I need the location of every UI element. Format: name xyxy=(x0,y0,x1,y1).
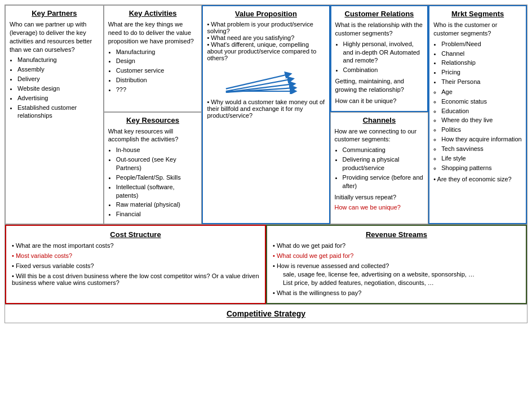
list-item: Website design xyxy=(17,84,99,93)
list-item: Their Persona xyxy=(441,78,522,86)
revenue-sub1: sale, usage fee, license fee, advertisin… xyxy=(283,271,520,278)
top-grid: Key Partners Who can we partner up with … xyxy=(5,5,527,225)
list-item: Delivery xyxy=(17,75,99,83)
list-item: Customer service xyxy=(116,66,198,75)
customer-relations-intro: What is the relationship with the custom… xyxy=(335,21,424,38)
arrows-svg xyxy=(221,66,311,94)
key-resources-list: In-house Out-sourced (see Key Partners) … xyxy=(108,146,198,218)
vp-item-1: • What need are you satisfying? xyxy=(207,34,325,41)
revenue-item-2: • How is revenue assessed and collected? xyxy=(273,262,520,269)
channels-q1: Initially versus repeat? xyxy=(335,193,424,202)
list-item: Advertising xyxy=(17,94,99,102)
key-partners-list: Manufacturing Assembly Delivery Website … xyxy=(10,56,99,120)
mrkt-list: Problem/Need Channel Relationship Pricin… xyxy=(433,40,522,86)
channels-cell: Channels How are we connecting to our cu… xyxy=(330,112,429,224)
vp-item-0: • What problem is your product/service s… xyxy=(207,21,325,34)
list-item: Design xyxy=(116,57,198,65)
customer-relations-cell: Customer Relations What is the relations… xyxy=(330,5,429,112)
main-container: Key Partners Who can we partner up with … xyxy=(5,5,527,323)
key-activities-cell: Key Activities What are the key things w… xyxy=(104,5,202,112)
channels-list: Communicating Delivering a physical prod… xyxy=(335,146,424,190)
list-item: Age xyxy=(441,88,522,96)
list-item: Manufacturing xyxy=(116,48,198,56)
vp-item-2: • What's different, unique, compelling a… xyxy=(207,41,325,61)
mrkt-title: Mrkt Segments xyxy=(433,10,522,18)
list-item: Established customer relationships xyxy=(17,104,99,121)
list-item: Distribution xyxy=(116,76,198,84)
list-item: People/Talent/Sp. Skills xyxy=(116,173,198,182)
list-item: ??? xyxy=(116,86,198,94)
key-activities-title: Key Activities xyxy=(108,9,198,17)
list-item: Manufacturing xyxy=(17,56,99,64)
list-item: Problem/Need xyxy=(441,40,522,48)
customer-relations-title: Customer Relations xyxy=(335,10,424,18)
bottom-grid: Cost Structure • What are the most impor… xyxy=(5,225,527,304)
revenue-sub2: List price, by added features, negotiati… xyxy=(283,279,520,286)
customer-relations-list: Highly personal, involved, and in-depth … xyxy=(335,40,424,74)
list-item: Channel xyxy=(441,50,522,58)
channels-title: Channels xyxy=(335,116,424,124)
competitive-strategy: Competitive Strategy xyxy=(5,304,527,323)
key-resources-title: Key Resources xyxy=(108,116,198,124)
list-item: Politics xyxy=(441,126,522,134)
cost-item-3: • Will this be a cost driven business wh… xyxy=(12,273,259,286)
list-item: Assembly xyxy=(17,65,99,74)
list-item: Communicating xyxy=(343,146,424,154)
key-activities-intro: What are the key things we need to do to… xyxy=(108,20,198,46)
customer-relations-unique: How can it be unique? xyxy=(335,97,424,105)
key-partners-title: Key Partners xyxy=(10,9,99,17)
competitive-strategy-label: Competitive Strategy xyxy=(227,309,305,318)
mrkt-segments-cell: Mrkt Segments Who is the customer or cus… xyxy=(428,5,527,224)
revenue-last: • What is the willingness to pay? xyxy=(273,289,520,296)
vp-item-3: • Why would a customer take money out of… xyxy=(207,99,325,119)
key-resources-intro: What key resources will accomplish the a… xyxy=(108,127,198,144)
list-item: Highly personal, involved, and in-depth … xyxy=(343,40,424,65)
list-item: Tech savviness xyxy=(441,145,522,153)
key-partners-cell: Key Partners Who can we partner up with … xyxy=(5,5,104,224)
vp-title: Value Proposition xyxy=(207,10,325,18)
value-proposition-cell: Value Proposition • What problem is your… xyxy=(202,5,330,224)
cost-item-1: • Most variable costs? xyxy=(12,252,259,259)
mrkt-persona-list: Age Economic status Education Where do t… xyxy=(433,88,522,172)
list-item: In-house xyxy=(116,146,198,154)
list-item: Life style xyxy=(441,154,522,163)
list-item: Education xyxy=(441,107,522,115)
cost-item-2: • Fixed versus variable costs? xyxy=(12,262,259,269)
channels-q2: How can we be unique? xyxy=(335,203,424,212)
cost-structure-cell: Cost Structure • What are the most impor… xyxy=(5,225,266,304)
list-item: Pricing xyxy=(441,68,522,77)
list-item: Financial xyxy=(116,210,198,218)
list-item: Shopping patterns xyxy=(441,164,522,172)
list-item: Relationship xyxy=(441,59,522,67)
arrow-area xyxy=(207,66,325,94)
list-item: Delivering a physical product/service xyxy=(343,155,424,172)
cost-item-0: • What are the most important costs? xyxy=(12,242,259,249)
list-item: Economic status xyxy=(441,97,522,106)
customer-relations-outro: Getting, maintaining, and growing the re… xyxy=(335,77,424,94)
list-item: How they acquire information xyxy=(441,135,522,144)
revenue-item-0: • What do we get paid for? xyxy=(273,242,520,249)
mrkt-intro: Who is the customer or customer segments… xyxy=(433,21,522,38)
mrkt-outro: • Are they of economic size? xyxy=(433,175,522,184)
revenue-streams-cell: Revenue Streams • What do we get paid fo… xyxy=(266,225,527,304)
list-item: Out-sourced (see Key Partners) xyxy=(116,155,198,172)
list-item: Raw material (physical) xyxy=(116,200,198,209)
channels-intro: How are we connecting to our customer se… xyxy=(335,127,424,144)
list-item: Where do they live xyxy=(441,116,522,124)
list-item: Intellectual (software, patents) xyxy=(116,183,198,200)
list-item: Providing service (before and after) xyxy=(343,173,424,190)
revenue-item-1: • What could we get paid for? xyxy=(273,252,520,259)
revenue-streams-title: Revenue Streams xyxy=(273,230,520,239)
key-resources-cell: Key Resources What key resources will ac… xyxy=(104,112,202,224)
key-activities-list: Manufacturing Design Customer service Di… xyxy=(108,48,198,94)
list-item: Combination xyxy=(343,66,424,74)
cost-structure-title: Cost Structure xyxy=(12,230,259,239)
key-partners-intro: Who can we partner up with (leverage) to… xyxy=(10,20,99,53)
